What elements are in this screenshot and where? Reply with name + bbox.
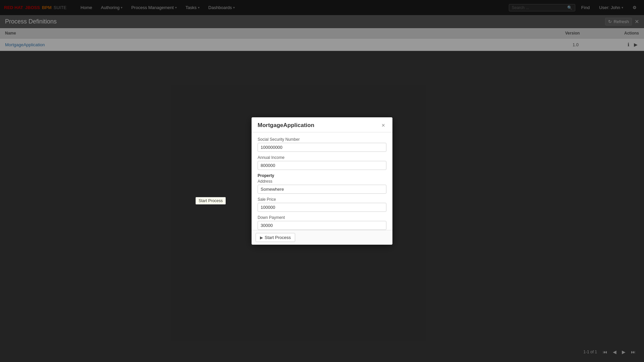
address-label: Address — [258, 179, 386, 184]
down-payment-group: Down Payment — [258, 215, 386, 230]
ssn-group: Social Security Number — [258, 137, 386, 152]
annual-income-input[interactable] — [258, 161, 386, 170]
property-group: Property Address — [258, 173, 386, 194]
modal-footer: ▶ Start Process — [252, 230, 392, 245]
modal-overlay: MortgageApplication × Social Security Nu… — [0, 0, 644, 362]
annual-income-label: Annual Income — [258, 155, 386, 160]
start-process-label: Start Process — [265, 235, 291, 240]
sale-price-label: Sale Price — [258, 197, 386, 202]
modal-dialog: MortgageApplication × Social Security Nu… — [252, 117, 392, 245]
start-process-play-icon: ▶ — [260, 235, 263, 240]
modal-title: MortgageApplication — [258, 122, 314, 129]
sale-price-input[interactable] — [258, 203, 386, 212]
modal-body: Social Security Number Annual Income Pro… — [252, 132, 392, 230]
down-payment-input[interactable] — [258, 221, 386, 230]
annual-income-group: Annual Income — [258, 155, 386, 170]
start-process-button[interactable]: ▶ Start Process — [256, 233, 295, 242]
down-payment-label: Down Payment — [258, 215, 386, 220]
ssn-label: Social Security Number — [258, 137, 386, 142]
ssn-input[interactable] — [258, 143, 386, 152]
property-label: Property — [258, 173, 386, 178]
sale-price-group: Sale Price — [258, 197, 386, 212]
modal-close-button[interactable]: × — [380, 122, 386, 128]
address-input[interactable] — [258, 185, 386, 194]
modal-header: MortgageApplication × — [252, 117, 392, 132]
